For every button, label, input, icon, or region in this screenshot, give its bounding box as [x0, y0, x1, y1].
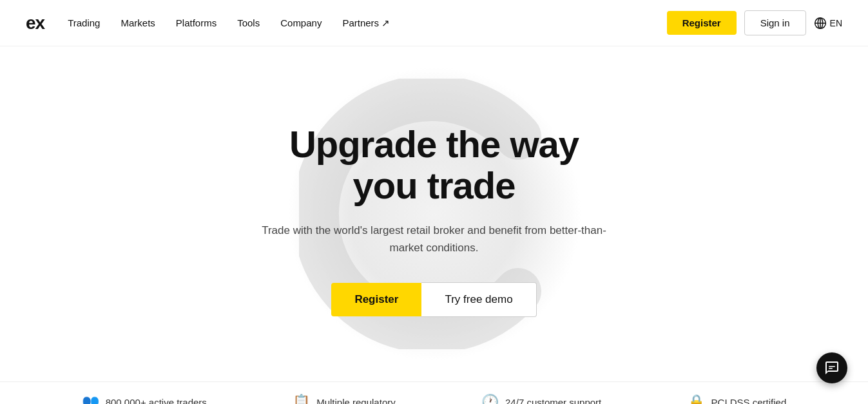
nav-item-trading[interactable]: Trading: [68, 17, 100, 29]
language-button[interactable]: EN: [814, 17, 842, 30]
stat-regulatory-text: Multiple regulatory: [316, 397, 396, 405]
nav-item-partners[interactable]: Partners ↗: [342, 17, 390, 29]
stat-item-traders: 👥 800,000+ active traders: [82, 394, 207, 404]
stat-support-text: 24/7 customer support: [505, 397, 601, 405]
stats-bar: 👥 800,000+ active traders 📋 Multiple reg…: [0, 381, 868, 404]
nav-item-company[interactable]: Company: [280, 17, 322, 29]
hero-buttons: Register Try free demo: [260, 282, 608, 317]
hero-title: Upgrade the way you trade: [260, 124, 608, 206]
register-button[interactable]: Register: [667, 11, 737, 35]
nav-links: Trading Markets Platforms Tools Company …: [68, 17, 390, 29]
stat-pci-text: PCI DSS certified: [711, 397, 787, 405]
support-icon: 🕐: [481, 394, 499, 404]
hero-subtitle: Trade with the world's largest retail br…: [260, 222, 608, 256]
stat-item-regulatory: 📋 Multiple regulatory: [293, 394, 396, 404]
chat-icon: [824, 360, 840, 376]
regulatory-icon: 📋: [293, 394, 310, 404]
hero-section: Upgrade the way you trade Trade with the…: [0, 46, 868, 381]
navbar-right: Register Sign in EN: [667, 10, 842, 35]
stat-item-support: 🕐 24/7 customer support: [481, 394, 601, 404]
nav-link-company[interactable]: Company: [280, 17, 322, 28]
nav-link-markets[interactable]: Markets: [121, 17, 155, 28]
navbar: ex Trading Markets Platforms Tools Compa…: [0, 0, 868, 46]
nav-link-platforms[interactable]: Platforms: [176, 17, 217, 28]
hero-demo-button[interactable]: Try free demo: [421, 282, 536, 317]
chat-bubble-button[interactable]: [816, 352, 847, 383]
svg-rect-4: [829, 366, 835, 367]
nav-item-tools[interactable]: Tools: [237, 17, 260, 29]
globe-icon: [814, 17, 827, 30]
stat-traders-text: 800,000+ active traders: [106, 397, 207, 405]
signin-button[interactable]: Sign in: [744, 10, 806, 35]
hero-register-button[interactable]: Register: [331, 283, 421, 316]
stat-item-pci: 🔒 PCI DSS certified: [688, 394, 787, 404]
hero-content: Upgrade the way you trade Trade with the…: [260, 124, 608, 317]
nav-link-tools[interactable]: Tools: [237, 17, 260, 28]
lang-label: EN: [830, 18, 842, 28]
traders-icon: 👥: [82, 394, 99, 404]
nav-link-partners[interactable]: Partners ↗: [342, 17, 390, 28]
pci-icon: 🔒: [688, 394, 705, 404]
nav-item-platforms[interactable]: Platforms: [176, 17, 217, 29]
nav-item-markets[interactable]: Markets: [121, 17, 155, 29]
logo[interactable]: ex: [26, 13, 44, 34]
svg-rect-5: [829, 368, 833, 369]
nav-link-trading[interactable]: Trading: [68, 17, 100, 28]
navbar-left: ex Trading Markets Platforms Tools Compa…: [26, 13, 390, 34]
